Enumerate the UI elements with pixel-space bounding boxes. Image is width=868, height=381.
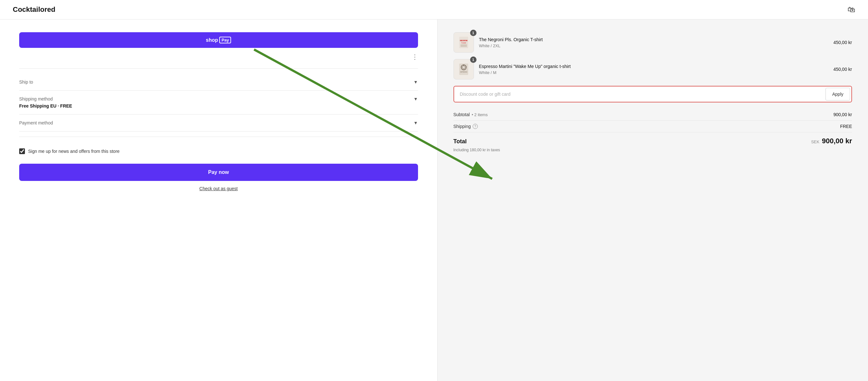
shipping-method-chevron[interactable]: ▼ xyxy=(413,96,418,101)
total-label: Total xyxy=(454,138,467,145)
total-row: Total SEK 900,00 kr xyxy=(454,132,852,146)
discount-code-input[interactable] xyxy=(456,88,822,101)
item-2-image-wrap: ESPRESSO 1 xyxy=(454,59,474,79)
item-2-name: Espresso Martini "Wake Me Up" organic t-… xyxy=(479,64,828,70)
item-1-image: NEGRONI PLEASE xyxy=(454,32,474,53)
checkout-as-guest-link[interactable]: Check out as guest xyxy=(19,186,418,191)
shipping-summary-value: FREE xyxy=(840,124,852,129)
ship-to-chevron[interactable]: ▼ xyxy=(413,79,418,84)
newsletter-label: Sign me up for news and offers from this… xyxy=(28,149,120,154)
header: Cocktailored 🛍 xyxy=(0,0,868,20)
pay-now-button[interactable]: Pay now xyxy=(19,164,418,181)
shipping-summary-label: Shipping ? xyxy=(454,124,478,129)
ship-to-row: Ship to ▼ xyxy=(19,74,418,91)
more-options-button[interactable]: ⋮ xyxy=(412,53,418,61)
shipping-method-value: Free Shipping EU · FREE xyxy=(19,103,418,108)
item-2-variant: White / M xyxy=(479,70,828,75)
left-panel: shop Pay ⋮ Ship to ▼ Shipping method ▼ xyxy=(0,20,437,381)
cart-icon[interactable]: 🛍 xyxy=(847,5,855,14)
total-currency: SEK xyxy=(811,139,819,144)
shop-pay-button[interactable]: shop Pay xyxy=(19,32,418,48)
item-2-image: ESPRESSO xyxy=(454,59,474,79)
main-layout: shop Pay ⋮ Ship to ▼ Shipping method ▼ xyxy=(0,20,868,381)
tax-note: Including 180,00 kr in taxes xyxy=(454,148,852,152)
shipping-summary-row: Shipping ? FREE xyxy=(454,120,852,132)
payment-method-label: Payment method xyxy=(19,120,53,126)
discount-code-wrap: Apply xyxy=(454,86,852,102)
shipping-info-icon[interactable]: ? xyxy=(473,124,478,129)
subtotal-row: Subtotal • 2 items 900,00 kr xyxy=(454,109,852,120)
divider-2 xyxy=(19,137,418,137)
total-amount-wrap: SEK 900,00 kr xyxy=(811,137,852,145)
item-2-details: Espresso Martini "Wake Me Up" organic t-… xyxy=(479,64,828,75)
payment-method-row: Payment method ▼ xyxy=(19,114,418,132)
item-2-price: 450,00 kr xyxy=(834,67,852,72)
svg-rect-4 xyxy=(461,44,467,47)
order-item-1: NEGRONI PLEASE 1 The Negroni Pls. Organi… xyxy=(454,32,852,53)
total-amount: 900,00 kr xyxy=(822,137,852,145)
ship-to-label: Ship to xyxy=(19,79,33,84)
shipping-method-label: Shipping method xyxy=(19,96,53,101)
order-item-2: ESPRESSO 1 Espresso Martini "Wake Me Up"… xyxy=(454,59,852,79)
shipping-method-label-row: Shipping method ▼ xyxy=(19,96,418,101)
subtotal-value: 900,00 kr xyxy=(834,112,852,117)
divider-1 xyxy=(19,68,418,69)
newsletter-checkbox[interactable] xyxy=(19,148,25,154)
item-1-badge: 1 xyxy=(470,30,476,36)
shop-text: shop xyxy=(206,37,218,43)
item-1-price: 450,00 kr xyxy=(834,40,852,45)
shop-pay-logo: shop Pay xyxy=(206,37,231,43)
item-2-badge: 1 xyxy=(470,57,476,63)
svg-text:ESPRESSO: ESPRESSO xyxy=(460,71,467,73)
pay-badge: Pay xyxy=(219,37,231,43)
svg-text:NEGRONI: NEGRONI xyxy=(460,40,468,41)
newsletter-row: Sign me up for news and offers from this… xyxy=(19,142,418,161)
item-1-name: The Negroni Pls. Organic T-shirt xyxy=(479,37,828,43)
apply-discount-button[interactable]: Apply xyxy=(826,88,850,101)
item-1-variant: White / 2XL xyxy=(479,43,828,48)
payment-method-chevron[interactable]: ▼ xyxy=(413,120,418,126)
item-1-image-wrap: NEGRONI PLEASE 1 xyxy=(454,32,474,53)
right-panel: NEGRONI PLEASE 1 The Negroni Pls. Organi… xyxy=(437,20,868,381)
more-options-row: ⋮ xyxy=(19,53,418,61)
item-1-details: The Negroni Pls. Organic T-shirt White /… xyxy=(479,37,828,48)
svg-text:PLEASE: PLEASE xyxy=(461,42,466,44)
shipping-method-row: Shipping method ▼ Free Shipping EU · FRE… xyxy=(19,91,418,114)
site-title: Cocktailored xyxy=(13,5,55,14)
subtotal-label: Subtotal • 2 items xyxy=(454,112,488,117)
